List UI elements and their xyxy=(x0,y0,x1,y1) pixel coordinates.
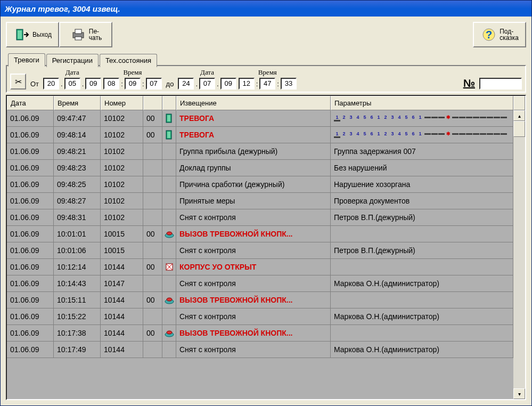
col-number[interactable]: Номер xyxy=(101,96,143,110)
table-row[interactable]: 01.06.0910:17:4910144Снят с контроляМарк… xyxy=(7,342,513,358)
printer-icon xyxy=(70,26,87,43)
from-label: От xyxy=(28,80,41,90)
no-icon xyxy=(165,246,174,255)
col-icon[interactable] xyxy=(162,96,176,110)
table-row[interactable]: 01.06.0909:48:2310102Доклад группыБез на… xyxy=(7,160,513,176)
cell-code: 00 xyxy=(143,292,162,308)
table-row[interactable]: 01.06.0909:48:3110102Снят с контроляПетр… xyxy=(7,209,513,226)
cell-icon xyxy=(162,143,176,160)
tab-alarms-label: Тревоги xyxy=(14,56,39,64)
cell-icon xyxy=(162,325,176,342)
scissors-button[interactable]: ✂ xyxy=(10,74,26,90)
cell-date: 01.06.09 xyxy=(7,226,54,242)
svg-rect-3 xyxy=(75,29,81,34)
scroll-down-button[interactable]: ▾ xyxy=(513,388,525,399)
cell-date: 01.06.09 xyxy=(7,110,54,127)
print-button[interactable]: Пе- чать xyxy=(59,22,112,47)
no-icon xyxy=(165,147,174,156)
col-scroll-spacer xyxy=(513,96,525,110)
cell-code: 00 xyxy=(143,110,162,127)
cell-time: 09:48:27 xyxy=(54,193,101,209)
cell-time: 09:48:21 xyxy=(54,143,101,160)
svg-point-17 xyxy=(167,331,172,334)
door-icon xyxy=(165,113,174,123)
exit-label: Выход xyxy=(32,31,52,38)
table-row[interactable]: 01.06.0909:48:2110102Группа прибыла (деж… xyxy=(7,143,513,160)
cell-code xyxy=(143,176,162,193)
no-icon xyxy=(165,345,174,354)
cell-number: 10102 xyxy=(101,193,143,209)
cell-icon xyxy=(162,110,176,127)
cell-number: 10147 xyxy=(101,275,143,292)
from-year-input[interactable]: 09 xyxy=(85,78,101,90)
table-row[interactable]: 01.06.0910:01:011001500ВЫЗОВ ТРЕВОЖНОЙ К… xyxy=(7,226,513,242)
scroll-thumb[interactable] xyxy=(513,121,525,137)
table-row[interactable]: 01.06.0910:17:381014400ВЫЗОВ ТРЕВОЖНОЙ К… xyxy=(7,325,513,342)
cell-time: 10:01:06 xyxy=(54,242,101,259)
number-input[interactable] xyxy=(479,78,522,90)
cell-icon xyxy=(162,342,176,358)
cell-time: 09:48:14 xyxy=(54,127,101,143)
table-row[interactable]: 01.06.0910:14:4310147Снят с контроляМарк… xyxy=(7,275,513,292)
cell-message: Снят с контроля xyxy=(176,308,331,325)
cell-date: 01.06.09 xyxy=(7,176,54,193)
table-row[interactable]: 01.06.0910:15:2210144Снят с контроляМарк… xyxy=(7,308,513,325)
cell-number: 10102 xyxy=(101,110,143,127)
time-to-label: Время xyxy=(258,68,277,77)
cell-time: 10:14:43 xyxy=(54,275,101,292)
col-date[interactable]: Дата xyxy=(7,96,54,110)
to-min-input[interactable]: 47 xyxy=(259,78,275,90)
scroll-up-button[interactable]: ▴ xyxy=(513,110,525,121)
tab-alarms[interactable]: Тревоги xyxy=(8,53,45,67)
scroll-track[interactable] xyxy=(513,137,525,388)
cell-time: 10:15:11 xyxy=(54,292,101,308)
tab-tech-status[interactable]: Тех.состояния xyxy=(100,54,157,67)
hint-label: Под- сказка xyxy=(500,28,519,41)
table-row[interactable]: 01.06.0910:01:0610015Снят с контроляПетр… xyxy=(7,242,513,259)
cell-time: 09:47:47 xyxy=(54,110,101,127)
table-row[interactable]: 01.06.0909:48:141010200ТРЕВОГА1234561234… xyxy=(7,127,513,143)
from-hour-input[interactable]: 08 xyxy=(103,78,119,90)
table-row[interactable]: 01.06.0909:47:471010200ТРЕВОГА1234561234… xyxy=(7,110,513,127)
col-message[interactable]: Извещение xyxy=(176,96,331,110)
from-min-input[interactable]: 09 xyxy=(125,78,141,90)
cell-icon xyxy=(162,259,176,275)
tab-registrations[interactable]: Регистрации xyxy=(46,54,99,67)
no-icon xyxy=(165,312,174,321)
table-row[interactable]: 01.06.0909:48:2510102Причина сработки (д… xyxy=(7,176,513,193)
cell-params: 1234561234561✱ xyxy=(331,110,513,127)
cell-icon xyxy=(162,176,176,193)
cell-number: 10144 xyxy=(101,292,143,308)
from-month-input[interactable]: 05 xyxy=(64,78,80,90)
cell-number: 10102 xyxy=(101,127,143,143)
svg-point-15 xyxy=(167,298,172,301)
table-row[interactable]: 01.06.0910:15:111014400ВЫЗОВ ТРЕВОЖНОЙ К… xyxy=(7,292,513,308)
exit-button[interactable]: Выход xyxy=(6,22,59,47)
to-day-input[interactable]: 24 xyxy=(178,78,194,90)
time-from-label: Время xyxy=(123,68,142,77)
cell-code xyxy=(143,193,162,209)
from-day-input[interactable]: 20 xyxy=(43,78,59,90)
table-row[interactable]: 01.06.0909:48:2710102Принятые мерыПровер… xyxy=(7,193,513,209)
tab-tech-status-label: Тех.состояния xyxy=(105,56,151,64)
no-icon xyxy=(165,196,174,206)
titlebar: Журнал тревог, 3004 извещ. xyxy=(1,1,531,17)
hint-button[interactable]: ? Под- сказка xyxy=(473,22,526,47)
to-month-input[interactable]: 07 xyxy=(199,78,215,90)
col-code[interactable] xyxy=(143,96,162,110)
table-row[interactable]: 01.06.0910:12:141014400КОРПУС УО ОТКРЫТ xyxy=(7,259,513,275)
to-hour-input[interactable]: 12 xyxy=(239,78,255,90)
cell-number: 10144 xyxy=(101,342,143,358)
col-params[interactable]: Параметры xyxy=(331,96,513,110)
col-time[interactable]: Время xyxy=(54,96,101,110)
tab-panel: Тревоги Регистрации Тех.состояния ✂ От Д… xyxy=(6,53,526,93)
to-year-input[interactable]: 09 xyxy=(220,78,236,90)
vertical-scrollbar[interactable]: ▴ ▾ xyxy=(513,110,525,399)
cell-time: 09:48:31 xyxy=(54,209,101,226)
to-sec-input[interactable]: 33 xyxy=(281,78,297,90)
cell-params xyxy=(331,325,513,342)
from-sec-input[interactable]: 07 xyxy=(146,78,162,90)
cell-code xyxy=(143,143,162,160)
cell-date: 01.06.09 xyxy=(7,193,54,209)
svg-point-12 xyxy=(167,232,172,235)
